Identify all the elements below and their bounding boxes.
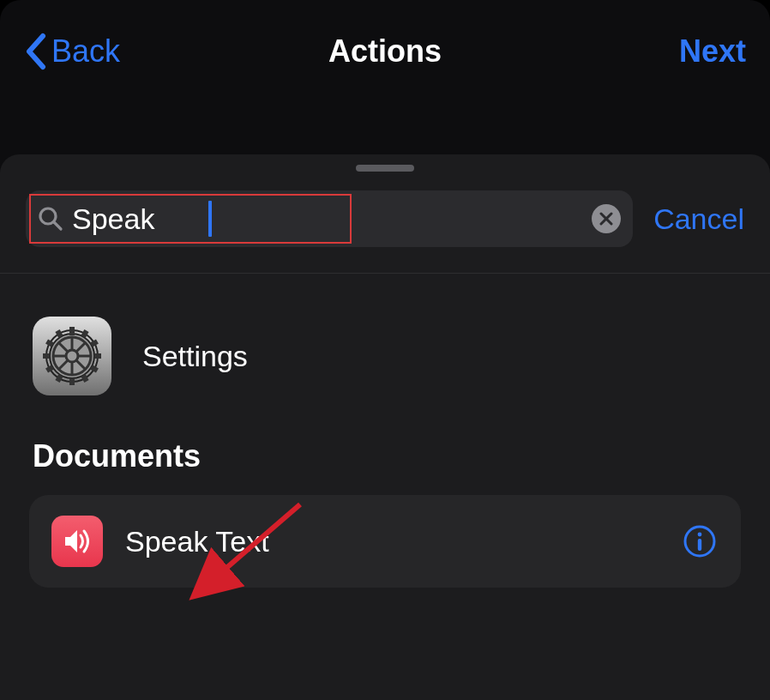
gear-icon: [39, 323, 105, 389]
svg-rect-20: [94, 353, 101, 359]
info-button[interactable]: [681, 522, 719, 560]
close-icon: [599, 212, 613, 226]
cancel-button[interactable]: Cancel: [653, 202, 744, 236]
svg-rect-17: [69, 327, 75, 334]
search-input[interactable]: [63, 202, 592, 236]
search-row: Cancel: [0, 154, 770, 274]
text-cursor: [208, 201, 212, 237]
svg-line-1: [54, 222, 61, 229]
app-window: Back Actions Next: [0, 0, 770, 700]
search-sheet: Cancel: [0, 154, 770, 700]
clear-search-button[interactable]: [592, 204, 621, 233]
section-header-documents: Documents: [9, 413, 761, 488]
search-field-wrap: [26, 190, 633, 247]
back-button[interactable]: Back: [24, 33, 120, 70]
settings-app-icon: [33, 317, 111, 395]
info-icon: [683, 524, 717, 558]
page-title: Actions: [328, 33, 442, 69]
settings-app-row[interactable]: Settings: [9, 299, 761, 413]
svg-rect-23: [69, 378, 75, 385]
settings-label: Settings: [142, 340, 248, 373]
action-label: Speak Text: [125, 525, 659, 558]
back-label: Back: [51, 33, 120, 69]
chevron-left-icon: [24, 33, 48, 70]
nav-bar: Back Actions Next: [0, 0, 770, 103]
sheet-grabber[interactable]: [356, 165, 414, 172]
search-icon: [38, 206, 63, 232]
next-button[interactable]: Next: [679, 33, 746, 69]
svg-rect-26: [43, 353, 50, 359]
svg-rect-31: [698, 539, 701, 551]
svg-point-30: [698, 533, 702, 537]
speaker-wave-icon: [51, 516, 103, 567]
results-content: Settings Documents Speak Text: [0, 274, 770, 588]
action-speak-text[interactable]: Speak Text: [29, 495, 741, 588]
